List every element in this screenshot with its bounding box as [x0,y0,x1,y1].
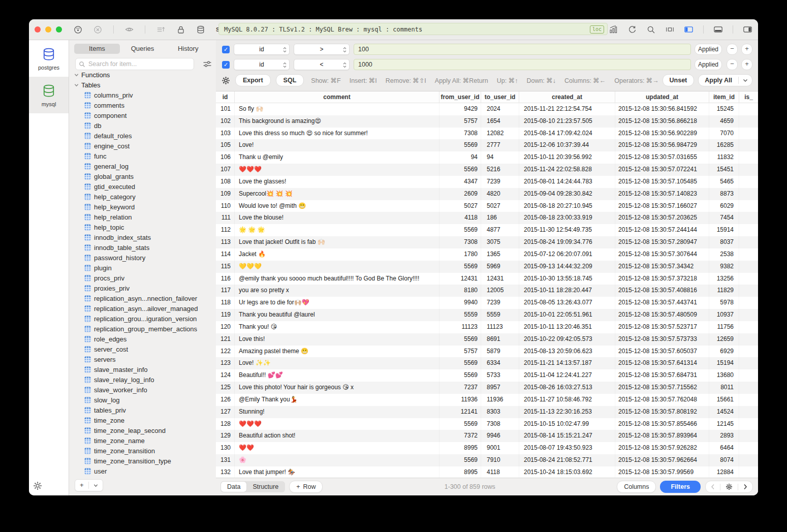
cell-to[interactable]: 9001 [481,442,519,454]
cell-item[interactable]: 5465 [709,176,739,188]
sidebar-table-item[interactable]: engine_cost [69,141,216,151]
cell-id[interactable]: 123 [216,357,235,369]
table-row[interactable]: 117you are so pretty x8180120052015-10-1… [216,285,758,297]
cell-comment[interactable]: Supercool💥 💥 💥 [235,188,439,200]
columns-button[interactable]: Columns [617,481,656,493]
cell-updated[interactable]: 2015-12-08 15:30:57.605037 [615,346,709,358]
table-row[interactable]: 128❤️❤️❤️556973082015-10-15 10:02:47.992… [216,418,758,430]
cell-from[interactable]: 9940 [439,297,481,309]
cell-updated[interactable]: 2015-12-08 15:30:57.480509 [615,309,709,321]
table-row[interactable]: 111Love the blouse!41181862015-08-18 23:… [216,212,758,224]
sidebar-table-item[interactable]: slave_worker_info [69,385,216,395]
minimize-window-button[interactable] [45,26,51,33]
cell-is[interactable] [739,273,758,285]
cell-comment[interactable]: 💛💛💛 [235,261,439,273]
cell-is[interactable] [739,382,758,394]
sidebar-table-item[interactable]: gtid_executed [69,181,216,192]
sidebar-table-item[interactable]: time_zone [69,415,216,425]
cell-from[interactable]: 5757 [439,346,481,358]
cell-is[interactable] [739,151,758,164]
cell-to[interactable]: 3075 [481,236,519,248]
cell-to[interactable]: 186 [481,212,519,224]
cell-id[interactable]: 131 [216,454,235,466]
cell-item[interactable]: 8873 [709,188,739,200]
cell-item[interactable]: 7454 [709,212,739,224]
search-icon[interactable] [647,25,655,34]
cell-updated[interactable]: 2015-12-08 15:30:56.984729 [615,139,709,151]
cell-item[interactable]: 11756 [709,321,739,333]
add-item-button[interactable]: + [75,480,88,490]
cell-to[interactable]: 5733 [481,369,519,382]
tab-items[interactable]: Items [74,44,120,54]
cell-to[interactable]: 5027 [481,200,519,212]
sidebar-table-item[interactable]: password_history [69,253,216,263]
connect-icon[interactable] [74,25,82,34]
cell-comment[interactable]: Love! [235,139,439,151]
filter-operator-select[interactable]: < [294,59,350,70]
filter-value-input[interactable] [354,59,691,70]
cell-updated[interactable]: 2015-12-08 15:30:56.841592 [615,103,709,115]
sidebar-table-item[interactable]: replication_grou...iguration_version [69,314,216,324]
cell-from[interactable]: 9429 [439,103,481,115]
cell-created[interactable]: 2015-08-26 16:03:27.513 [519,382,615,394]
cell-updated[interactable]: 2015-12-08 15:30:57.244144 [615,224,709,236]
cell-created[interactable]: 2015-10-22 09:42:05.573 [519,333,615,346]
cell-to[interactable]: 7239 [481,297,519,309]
cell-from[interactable]: 1780 [439,248,481,261]
tree-section-tables[interactable]: Tables [69,80,216,90]
sidebar-table-item[interactable]: db [69,120,216,131]
cell-comment[interactable]: Ur legs are to die for🙌🏼💖 [235,297,439,309]
sidebar-table-item[interactable]: slow_log [69,395,216,405]
cell-comment[interactable]: So fly 🙌🏻 [235,103,439,115]
cell-item[interactable]: 12659 [709,333,739,346]
cell-created[interactable]: 2015-08-05 13:26:43.077 [519,297,615,309]
cell-from[interactable]: 4118 [439,212,481,224]
column-header-updated-at[interactable]: updated_at [615,91,709,103]
cell-id[interactable]: 121 [216,333,235,346]
cell-updated[interactable]: 2015-12-08 15:30:57.072241 [615,164,709,176]
table-row[interactable]: 127Stunning!1214183032015-11-13 22:30:16… [216,406,758,418]
cell-to[interactable]: 7308 [481,418,519,430]
cell-to[interactable]: 12431 [481,273,519,285]
cell-id[interactable]: 117 [216,285,235,297]
data-tab[interactable]: Data [221,482,246,492]
cell-updated[interactable]: 2015-12-08 15:30:57.926282 [615,442,709,454]
table-row[interactable]: 123Love! ✨✨556963342015-11-21 14:13:57.1… [216,357,758,369]
sidebar-table-item[interactable]: proxies_priv [69,283,216,293]
cell-id[interactable]: 125 [216,382,235,394]
cell-updated[interactable]: 2015-12-08 15:30:57.373218 [615,273,709,285]
sidebar-table-item[interactable]: help_topic [69,222,216,232]
tab-queries[interactable]: Queries [120,44,166,54]
cell-updated[interactable]: 2015-12-08 15:30:57.105485 [615,176,709,188]
sidebar-table-item[interactable]: default_roles [69,131,216,141]
filter-field-select[interactable]: id [234,44,290,55]
cell-item[interactable]: 6464 [709,442,739,454]
export-button[interactable]: Export [235,74,271,86]
cell-comment[interactable]: Thank u @emily [235,151,439,164]
unset-button[interactable]: Unset [663,74,695,86]
cell-comment[interactable]: Love the blouse! [235,212,439,224]
cell-from[interactable]: 12431 [439,273,481,285]
column-header-id[interactable]: id [216,91,235,103]
cell-from[interactable]: 5569 [439,357,481,369]
cell-from[interactable]: 5569 [439,418,481,430]
cell-from[interactable]: 11936 [439,394,481,406]
cell-is[interactable] [739,176,758,188]
cell-to[interactable]: 4877 [481,224,519,236]
cell-comment[interactable]: ❤️❤️ [235,442,439,454]
cell-created[interactable]: 2015-10-30 13:55:18.745 [519,273,615,285]
cell-is[interactable] [739,297,758,309]
cell-created[interactable]: 2015-10-24 18:15:03.692 [519,466,615,478]
sidebar-table-item[interactable]: slave_master_info [69,364,216,374]
cell-updated[interactable]: 2015-12-08 15:30:56.866218 [615,115,709,128]
cell-id[interactable]: 113 [216,236,235,248]
cell-updated[interactable]: 2015-12-08 15:30:57.523717 [615,321,709,333]
sidebar-table-item[interactable]: innodb_table_stats [69,242,216,253]
cell-is[interactable] [739,285,758,297]
table-row[interactable]: 118Ur legs are to die for🙌🏼💖994072392015… [216,297,758,309]
cell-created[interactable]: 2015-10-15 10:02:47.99 [519,418,615,430]
cell-updated[interactable]: 2015-12-08 15:30:57.99569 [615,466,709,478]
cell-item[interactable]: 5978 [709,297,739,309]
table-row[interactable]: 115💛💛💛556959692015-09-13 14:44:32.209201… [216,261,758,273]
cell-comment[interactable]: Love! ✨✨ [235,357,439,369]
